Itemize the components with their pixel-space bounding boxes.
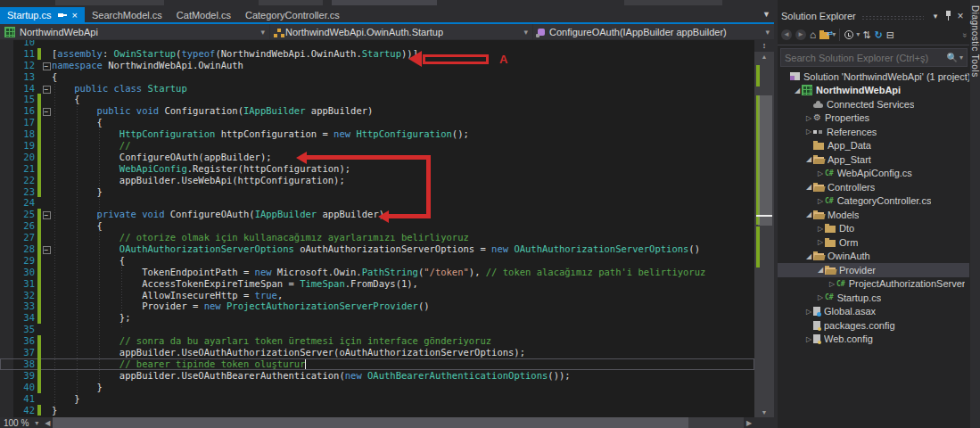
scroll-right-arrow-icon[interactable]: ▶: [744, 419, 754, 427]
collapse-box-icon[interactable]: −: [43, 246, 51, 254]
code-line-36[interactable]: 36 // sonra da bu ayarları token üretmes…: [0, 335, 754, 347]
collapsed-arrow-icon[interactable]: ▷: [804, 335, 813, 343]
tree-item-dto[interactable]: ▷Dto: [778, 222, 970, 236]
code-line-32[interactable]: 32 AllowInsecureHttp = true,: [0, 290, 754, 301]
tree-item-global-asax[interactable]: ▷Global.asax: [778, 305, 970, 319]
tree-item-references[interactable]: ▷References: [778, 125, 970, 139]
code-line-30[interactable]: 30 TokenEndpointPath = new Microsoft.Owi…: [0, 267, 754, 278]
fold-toggle[interactable]: −: [41, 60, 52, 71]
tree-item-app-start[interactable]: ◢App_Start: [778, 152, 970, 167]
tree-item-northwindwebapi[interactable]: ◢NorthwindWebApi: [778, 84, 970, 98]
collapse-box-icon[interactable]: −: [43, 86, 51, 94]
code-line-15[interactable]: 15 {: [0, 94, 754, 105]
code-line-40[interactable]: 40 }: [0, 382, 754, 393]
collapsed-arrow-icon[interactable]: ▷: [816, 293, 825, 301]
close-icon[interactable]: ×: [72, 11, 78, 20]
collapse-box-icon[interactable]: −: [43, 211, 51, 219]
fold-toggle[interactable]: −: [41, 209, 52, 220]
code-line-24[interactable]: 24: [0, 197, 754, 209]
window-menu-icon[interactable]: ▾: [929, 12, 942, 21]
tree-item-provider[interactable]: ◢Provider: [778, 263, 970, 277]
code-line-34[interactable]: 34 };: [0, 312, 754, 324]
code-line-27[interactable]: 27 // otorize olmak için kullanacağımız …: [0, 232, 754, 243]
code-line-10[interactable]: 10: [0, 40, 754, 48]
scroll-left-arrow-icon[interactable]: ◀: [42, 419, 53, 427]
expanded-arrow-icon[interactable]: ◢: [793, 86, 802, 95]
collapsed-arrow-icon[interactable]: ▷: [816, 238, 825, 246]
search-icon[interactable]: 🔍: [945, 53, 959, 62]
collapse-box-icon[interactable]: −: [43, 62, 51, 70]
forward-icon[interactable]: ►: [795, 29, 806, 40]
code-line-31[interactable]: 31 AccessTokenExpireTimeSpan = TimeSpan.…: [0, 278, 754, 290]
collapsed-arrow-icon[interactable]: ▷: [816, 225, 825, 233]
collapse-all-icon[interactable]: ⊟: [886, 29, 894, 41]
code-line-19[interactable]: 19 //: [0, 140, 754, 152]
switch-views-icon[interactable]: [819, 32, 829, 39]
pin-icon[interactable]: [942, 11, 954, 22]
code-line-17[interactable]: 17 {: [0, 117, 754, 128]
code-line-42[interactable]: 42}: [0, 405, 754, 416]
expanded-arrow-icon[interactable]: ◢: [816, 266, 825, 274]
code-line-12[interactable]: 12−namespace NorthwindWebApi.OwinAuth: [0, 60, 754, 71]
code-line-13[interactable]: 13{: [0, 71, 754, 83]
sync-with-active-document-icon[interactable]: ⇅: [862, 29, 870, 41]
close-icon[interactable]: ×: [954, 10, 967, 22]
code-line-20[interactable]: 20 ConfigureOAuth(appBuilder);: [0, 152, 754, 163]
tab-searchmodel-cs[interactable]: SearchModel.cs: [85, 7, 169, 22]
scrollbar-thumb[interactable]: [53, 417, 688, 428]
code-line-25[interactable]: 25− private void ConfigureOAuth(IAppBuil…: [0, 209, 754, 220]
tree-item-categorycontroller-cs[interactable]: ▷C#CategoryController.cs: [778, 194, 970, 209]
tree-item-startup-cs[interactable]: ▷C#Startup.cs: [778, 291, 970, 305]
tab-categorycontroller-cs[interactable]: CategoryController.cs: [238, 7, 347, 22]
chevron-down-icon[interactable]: ▾: [856, 29, 860, 41]
tree-item-webapiconfig-cs[interactable]: ▷C#WebApiConfig.cs: [778, 167, 970, 181]
collapsed-arrow-icon[interactable]: ▷: [804, 128, 813, 136]
collapsed-arrow-icon[interactable]: ▷: [816, 169, 825, 177]
expanded-arrow-icon[interactable]: ◢: [804, 210, 813, 218]
code-line-23[interactable]: 23 }: [0, 186, 754, 198]
zoom-dropdown-icon[interactable]: ▾: [31, 419, 42, 427]
fold-toggle[interactable]: −: [41, 83, 52, 95]
breadcrumb-member-dropdown[interactable]: ConfigureOAuth(IAppBuilder appBuilder) ▾: [533, 24, 774, 39]
pin-icon[interactable]: [58, 11, 67, 20]
scroll-down-arrow-icon[interactable]: ▼: [754, 407, 774, 417]
tab-catmodel-cs[interactable]: CatModel.cs: [169, 7, 238, 22]
search-options-dropdown-icon[interactable]: ▾: [959, 54, 967, 62]
code-line-16[interactable]: 16− public void Configuration(IAppBuilde…: [0, 105, 754, 117]
code-line-35[interactable]: 35: [0, 324, 754, 335]
tree-item-orm[interactable]: ▷Orm: [778, 235, 970, 250]
code-line-14[interactable]: 14− public class Startup: [0, 83, 754, 95]
tree-item-models[interactable]: ◢Models: [778, 208, 970, 222]
code-line-39[interactable]: 39 appBuilder.UseOAuthBearerAuthenticati…: [0, 370, 754, 382]
collapsed-arrow-icon[interactable]: ▷: [816, 197, 825, 205]
collapse-box-icon[interactable]: −: [43, 108, 51, 116]
breadcrumb-type-dropdown[interactable]: NorthwindWebApi.OwinAuth.Startup ▾: [270, 24, 533, 39]
tree-item-projectauthorizationserver[interactable]: ▷C#ProjectAuthorizationServer: [778, 277, 970, 292]
split-window-handle[interactable]: ↕: [754, 40, 774, 52]
code-line-37[interactable]: 37 appBuilder.UseOAuthAuthorizationServe…: [0, 347, 754, 358]
tree-item-controllers[interactable]: ◢Controllers: [778, 180, 970, 194]
code-line-26[interactable]: 26 {: [0, 220, 754, 232]
solution-explorer-header[interactable]: Solution Explorer ▾ ×: [778, 7, 970, 25]
tree-item-web-config[interactable]: ▷Web.config: [778, 333, 970, 347]
code-line-29[interactable]: 29 {: [0, 255, 754, 267]
code-line-21[interactable]: 21 WebApiConfig.Register(httpConfigurati…: [0, 163, 754, 175]
document-list-dropdown-icon[interactable]: ▼: [762, 10, 770, 19]
tab-diagnostic-tools[interactable]: Diagnostic Tools: [970, 5, 980, 78]
search-input[interactable]: [781, 53, 945, 63]
scrollbar-thumb[interactable]: [758, 95, 772, 226]
code-line-11[interactable]: 11[assembly: OwinStartup(typeof(Northwin…: [0, 48, 754, 60]
expanded-arrow-icon[interactable]: ◢: [804, 155, 813, 163]
expanded-arrow-icon[interactable]: ◢: [804, 183, 813, 191]
refresh-icon[interactable]: ↻: [875, 29, 883, 41]
collapsed-arrow-icon[interactable]: ▷: [804, 308, 813, 316]
collapsed-arrow-icon[interactable]: ▷: [804, 114, 813, 122]
expanded-arrow-icon[interactable]: ◢: [804, 252, 813, 260]
collapsed-arrow-icon[interactable]: ▷: [828, 280, 836, 288]
horizontal-scrollbar[interactable]: [53, 417, 744, 428]
zoom-level-control[interactable]: 100 %: [0, 418, 31, 428]
breadcrumb-project-dropdown[interactable]: NorthwindWebApi ▾: [0, 24, 270, 39]
tree-item-connected-services[interactable]: Connected Services: [778, 97, 970, 111]
scroll-up-arrow-icon[interactable]: ▲: [754, 52, 774, 62]
tree-item-packages-config[interactable]: packages.config: [778, 318, 970, 333]
